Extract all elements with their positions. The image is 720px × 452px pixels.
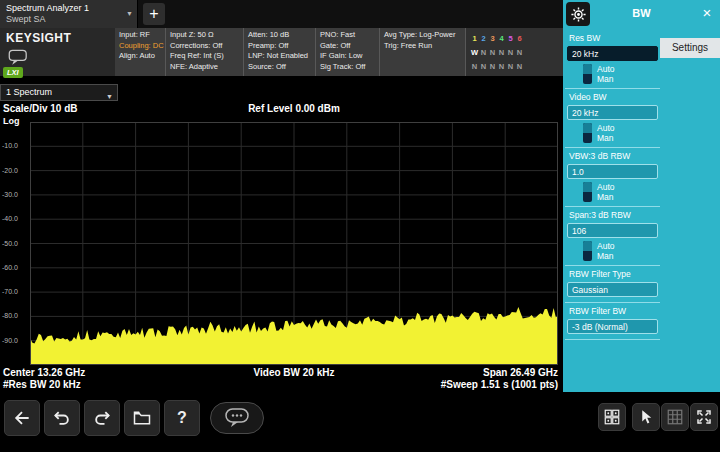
menu-item-vbw-3-db-rbw: VBW:3 dB RBW1.0AutoMan: [565, 148, 660, 207]
trace-state: N: [470, 61, 479, 72]
toggle-option-man[interactable]: Man: [597, 133, 615, 143]
toggle-labels: AutoMan: [597, 241, 615, 261]
span-readout: Span 26.49 GHz: [483, 367, 558, 378]
trace-state: N: [497, 47, 506, 58]
toggle-option-man[interactable]: Man: [597, 74, 615, 84]
touch-pointer-icon: [637, 408, 655, 426]
trace-number: 3: [488, 33, 497, 44]
status-field: Coupling: DC: [119, 41, 161, 52]
res-bw-value[interactable]: 20 kHz: [567, 46, 658, 61]
trace-state: N: [479, 47, 488, 58]
multi-window-button[interactable]: [661, 403, 689, 431]
toggle-knob: [583, 182, 592, 192]
trace-state: N: [479, 61, 488, 72]
lxi-badge: LXI: [3, 67, 23, 78]
video-bw-auto-man-toggle[interactable]: AutoMan: [567, 121, 658, 143]
toggle-option-man[interactable]: Man: [597, 192, 615, 202]
panel-header: BW ×: [563, 0, 720, 28]
trace-window-label: 1 Spectrum: [6, 87, 52, 97]
video-bw-value[interactable]: 20 kHz: [567, 105, 658, 120]
close-panel-button[interactable]: ×: [697, 4, 717, 24]
trace-state: N: [506, 61, 515, 72]
toggle-option-man[interactable]: Man: [597, 251, 615, 261]
res-bw-readout: #Res BW 20 kHz: [3, 379, 81, 390]
trace-number: 1: [470, 33, 479, 44]
help-icon: ?: [177, 409, 187, 427]
back-button[interactable]: [4, 400, 40, 436]
toggle-indicator: [583, 241, 592, 261]
y-axis-label: -60.0: [2, 264, 18, 271]
video-bw-label: Video BW: [567, 91, 658, 103]
messages-button[interactable]: [210, 402, 264, 434]
touch-pointer-button[interactable]: [632, 403, 660, 431]
chevron-down-icon: ▼: [106, 89, 113, 104]
help-button[interactable]: ?: [164, 400, 200, 436]
status-field: NFE: Adaptive: [170, 62, 239, 73]
trace-number: 6: [515, 33, 524, 44]
toggle-labels: AutoMan: [597, 182, 615, 202]
app-tab-spectrum-analyzer[interactable]: Spectrum Analyzer 1 Swept SA ▼: [0, 0, 138, 28]
chevron-down-icon: ▼: [126, 10, 133, 17]
video-bw-readout: Video BW 20 kHz: [184, 367, 404, 378]
menu-item-video-bw: Video BW20 kHzAutoMan: [565, 89, 660, 148]
y-axis-label: -50.0: [2, 240, 18, 247]
panel-title: BW: [583, 7, 700, 19]
trace-window-selector[interactable]: 1 Spectrum ▼: [0, 84, 118, 101]
toggle-option-auto[interactable]: Auto: [597, 123, 615, 133]
status-field: Sig Track: Off: [320, 62, 375, 73]
vbw-3-db-rbw-auto-man-toggle[interactable]: AutoMan: [567, 180, 658, 202]
rbw-filter-type-value[interactable]: Gaussian: [567, 282, 658, 297]
status-field: Freq Ref: Int (S): [170, 51, 239, 62]
trace-state-row-2: NNNNNN: [470, 58, 559, 72]
toggle-option-auto[interactable]: Auto: [597, 241, 615, 251]
toggle-labels: AutoMan: [597, 64, 615, 84]
trace-state: N: [506, 47, 515, 58]
menu-item-span-3-db-rbw: Span:3 dB RBW106AutoMan: [565, 207, 660, 266]
status-field: Atten: 10 dB: [248, 30, 311, 41]
trace-state-row-1: WNNNNN: [470, 44, 559, 58]
menu-item-rbw-filter-type: RBW Filter TypeGaussian: [565, 266, 660, 303]
fullscreen-button[interactable]: [690, 403, 718, 431]
bw-menu-panel: Settings Res BW20 kHzAutoManVideo BW20 k…: [563, 28, 720, 392]
arrange-windows-icon: [603, 408, 621, 426]
trace-state: N: [515, 61, 524, 72]
trace-state: N: [488, 61, 497, 72]
trace-state: N: [515, 47, 524, 58]
keysight-logo: KEYSIGHT: [6, 31, 109, 45]
trace-state: W: [470, 47, 479, 58]
add-tab-button[interactable]: +: [143, 3, 165, 25]
y-axis-label: -10.0: [2, 142, 18, 149]
multi-window-icon: [666, 408, 684, 426]
y-axis-label: -20.0: [2, 167, 18, 174]
undo-icon: [52, 408, 72, 428]
res-bw-auto-man-toggle[interactable]: AutoMan: [567, 62, 658, 84]
span-3-db-rbw-auto-man-toggle[interactable]: AutoMan: [567, 239, 658, 261]
trace-state: N: [488, 47, 497, 58]
undo-button[interactable]: [44, 400, 80, 436]
status-column-1: Input: RFCoupling: DCAlign: Auto: [115, 28, 165, 76]
toggle-option-auto[interactable]: Auto: [597, 182, 615, 192]
redo-button[interactable]: [84, 400, 120, 436]
span-3-db-rbw-value[interactable]: 106: [567, 223, 658, 238]
center-frequency-readout: Center 13.26 GHz: [3, 367, 85, 378]
open-file-button[interactable]: [124, 400, 160, 436]
spectrum-graticule: [30, 122, 558, 365]
rbw-filter-type-label: RBW Filter Type: [567, 268, 658, 280]
y-axis-label: -40.0: [2, 215, 18, 222]
toggle-option-auto[interactable]: Auto: [597, 64, 615, 74]
vbw-3-db-rbw-value[interactable]: 1.0: [567, 164, 658, 179]
back-icon: [12, 408, 32, 428]
status-field: IF Gain: Low: [320, 51, 375, 62]
menu-item-res-bw: Res BW20 kHzAutoMan: [565, 30, 660, 89]
status-field: Preamp: Off: [248, 41, 311, 52]
rbw-filter-bw-value[interactable]: -3 dB (Normal): [567, 319, 658, 334]
menu-item-rbw-filter-bw: RBW Filter BW-3 dB (Normal): [565, 303, 660, 340]
status-field: Avg Type: Log-Power: [384, 30, 461, 41]
toggle-knob: [583, 64, 592, 74]
trace-state: N: [497, 61, 506, 72]
arrange-windows-button[interactable]: [598, 403, 626, 431]
status-field: PNO: Fast: [320, 30, 375, 41]
status-field: Trig: Free Run: [384, 41, 461, 52]
trace-number: 5: [506, 33, 515, 44]
tab-settings[interactable]: Settings: [660, 38, 720, 58]
